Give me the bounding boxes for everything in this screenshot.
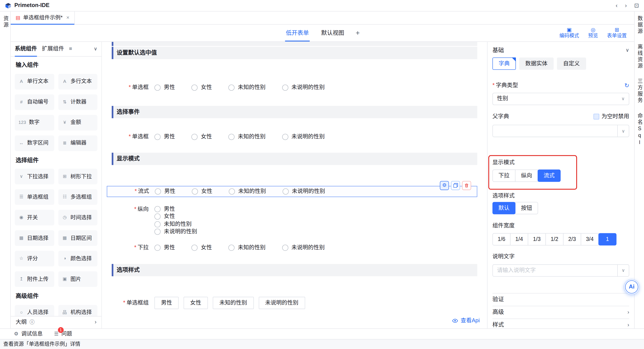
preview-button[interactable]: ◎ 预览 (588, 27, 598, 39)
radio-icon[interactable] (154, 245, 160, 251)
width-2-3-button[interactable]: 2/3 (563, 233, 581, 246)
comp-item-counter[interactable]: ⇅计数器 (58, 94, 98, 110)
radio-icon[interactable] (154, 221, 160, 227)
comp-item-tree-select[interactable]: ⊞树形下拉 (58, 169, 98, 184)
comp-item-number[interactable]: 123数字 (15, 115, 54, 130)
back-icon[interactable]: ‹ (616, 2, 618, 9)
delete-icon[interactable] (462, 181, 471, 190)
width-full-button[interactable]: 1 (598, 233, 616, 246)
display-mode-dropdown-button[interactable]: 下拉 (492, 170, 516, 182)
add-view-button[interactable]: + (356, 29, 360, 37)
form-row-flow-selected[interactable]: ⚙ *流式 男性 女性 未知的性别 未说明的性别 (107, 186, 477, 197)
comp-item-date-picker[interactable]: ▦日期选择 (15, 230, 54, 246)
width-1-4-button[interactable]: 1/4 (510, 233, 528, 246)
form-row-button-style[interactable]: *单选框组 男性 女性 未知的性别 未说明的性别 (112, 297, 477, 309)
tab-default-view[interactable]: 默认视图 (320, 24, 345, 41)
radio-option-unknown[interactable]: 未知的性别 (229, 188, 266, 195)
tab-system-components[interactable]: 系统组件 (15, 42, 37, 56)
radio-icon[interactable] (155, 188, 161, 194)
rail-item-third-party-services[interactable]: 三方服务 (636, 78, 642, 104)
radio-icon[interactable] (192, 188, 198, 194)
radio-option-male[interactable]: 男性 (154, 244, 175, 251)
radio-option-unspecified[interactable]: 未说明的性别 (282, 244, 325, 251)
tab-dictionary[interactable]: 字典 (492, 57, 516, 70)
section-validation[interactable]: 验证 (492, 293, 629, 306)
window-layout-icon[interactable]: ⊡ (634, 2, 639, 9)
chevron-down-icon[interactable]: ∨ (617, 125, 629, 137)
comp-item-single-line-text[interactable]: A单行文本 (15, 74, 54, 89)
radio-icon[interactable] (154, 229, 160, 235)
form-row-vertical[interactable]: *纵向 男性 女性 未知的性别 未说明的性别 (112, 205, 477, 235)
close-tab-icon[interactable]: × (66, 14, 69, 21)
comp-item-editor[interactable]: ≣编辑器 (58, 135, 98, 151)
debug-info-button[interactable]: ⚙ 调试信息 (14, 331, 43, 337)
radio-option-female[interactable]: 女性 (192, 84, 212, 91)
chevron-down-icon[interactable]: ∨ (626, 47, 629, 53)
option-button-unspecified[interactable]: 未说明的性别 (258, 297, 305, 309)
checkbox-icon[interactable] (593, 114, 599, 119)
section-advanced[interactable]: 高级 › (492, 306, 629, 319)
comp-item-time-picker[interactable]: ◷时间选择 (58, 210, 98, 225)
radio-option-female[interactable]: 女性 (192, 244, 212, 251)
radio-option-male[interactable]: 男性 (154, 133, 175, 140)
rail-item-data-source[interactable]: 数据源 (636, 15, 642, 35)
comp-item-checkbox-group[interactable]: ☷多选框组 (58, 189, 98, 205)
radio-icon[interactable] (154, 214, 160, 220)
code-mode-button[interactable]: ▣ 编码模式 (559, 27, 579, 39)
comp-item-date-range[interactable]: ▦日期区间 (58, 230, 98, 246)
radio-icon[interactable] (192, 85, 198, 91)
comp-item-auto-number[interactable]: #自动编号 (15, 94, 54, 110)
rail-item-named-sql[interactable]: 命名Sql (636, 113, 642, 146)
help-text-input[interactable] (493, 265, 617, 276)
radio-icon[interactable] (282, 245, 288, 251)
tab-custom[interactable]: 自定义 (557, 57, 586, 70)
tab-data-entity[interactable]: 数据实体 (519, 57, 554, 70)
parent-dict-select[interactable]: ∨ (492, 125, 629, 137)
radio-icon[interactable] (282, 85, 288, 91)
section-basic-header[interactable]: 基础 ∨ (492, 45, 629, 55)
collapse-panel-icon[interactable]: ∨ (94, 46, 97, 52)
outline-bar[interactable]: 大纲 ⓘ › (11, 316, 102, 329)
tab-low-code-form[interactable]: 低开表单 (285, 24, 310, 41)
form-settings-button[interactable]: ⊞ 表单设置 (607, 27, 627, 39)
radio-option-unknown[interactable]: 未知的性别 (228, 84, 266, 91)
radio-option-female[interactable]: 女性 (154, 213, 197, 220)
problems-button[interactable]: ☰ 1 问题 (54, 331, 72, 337)
option-style-default-button[interactable]: 默认 (492, 202, 516, 214)
ai-assistant-button[interactable]: Ai (624, 279, 640, 295)
display-mode-vertical-button[interactable]: 纵向 (515, 170, 538, 182)
radio-icon[interactable] (154, 85, 160, 91)
comp-item-dropdown-select[interactable]: ∨下拉选择 (15, 169, 54, 184)
radio-icon[interactable] (229, 188, 235, 194)
radio-icon[interactable] (228, 85, 234, 91)
form-row-dropdown[interactable]: *下拉 男性 女性 未知的性别 未说明的性别 (112, 244, 477, 251)
document-tab[interactable]: ▤ 单选框组件示例* × (11, 11, 75, 24)
chevron-down-icon[interactable]: ∨ (617, 265, 629, 276)
comp-item-file-upload[interactable]: ↥附件上传 (15, 271, 54, 287)
comp-item-currency[interactable]: ¥金额 (58, 115, 98, 130)
hamburger-icon[interactable]: ≡ (69, 46, 72, 52)
radio-icon[interactable] (228, 134, 234, 140)
comp-item-switch[interactable]: ◉开关 (15, 210, 54, 225)
option-button-unknown[interactable]: 未知的性别 (213, 297, 254, 309)
tab-extension-components[interactable]: 扩展组件 (42, 42, 64, 56)
expand-outline-icon[interactable]: › (95, 319, 96, 326)
rail-item-offline-resources[interactable]: 离线资源 (636, 44, 642, 69)
comp-item-color-picker[interactable]: ◑颜色选择 (58, 251, 98, 266)
disable-when-empty-checkbox[interactable]: 为空时禁用 (593, 113, 629, 120)
comp-item-user-select[interactable]: ○人员选择 (15, 305, 54, 316)
radio-icon[interactable] (192, 134, 198, 140)
width-1-3-button[interactable]: 1/3 (528, 233, 546, 246)
option-button-female[interactable]: 女性 (184, 297, 208, 309)
radio-option-unspecified[interactable]: 未说明的性别 (282, 133, 325, 140)
form-canvas[interactable]: 设置默认选中值 *单选框 男性 女性 未知的性别 未说明的性别 选择事件 *单选… (102, 42, 487, 329)
width-1-6-button[interactable]: 1/6 (492, 233, 510, 246)
rail-item-resources[interactable]: 资源 (2, 15, 8, 329)
dict-type-select[interactable]: 性别 ∨ (492, 92, 629, 105)
radio-option-male[interactable]: 男性 (155, 188, 176, 195)
option-style-button-button[interactable]: 按钮 (515, 202, 538, 214)
refresh-icon[interactable]: ↻ (624, 82, 629, 89)
radio-option-unknown[interactable]: 未知的性别 (154, 221, 197, 228)
section-style[interactable]: 样式 › (492, 319, 629, 329)
comp-item-number-range[interactable]: ↔数字区间 (15, 135, 54, 151)
